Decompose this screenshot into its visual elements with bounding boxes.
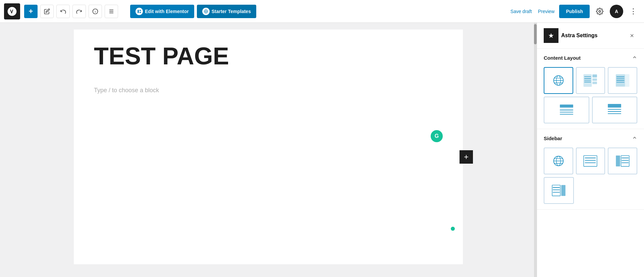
svg-rect-48 bbox=[621, 156, 629, 166]
editor-scrollbar[interactable] bbox=[534, 23, 537, 277]
sidebar-option-global[interactable] bbox=[544, 148, 573, 174]
astra-star-button[interactable]: ★ bbox=[544, 28, 558, 43]
starter-templates-button[interactable]: Starter Templates bbox=[197, 5, 256, 18]
svg-rect-22 bbox=[593, 78, 597, 81]
grammarly-icon: G bbox=[431, 130, 443, 142]
layout-option-right-content[interactable] bbox=[608, 67, 637, 94]
content-layout-chevron[interactable] bbox=[632, 54, 637, 62]
svg-rect-43 bbox=[584, 156, 597, 166]
info-button[interactable] bbox=[89, 5, 102, 18]
more-options-button[interactable]: ⋮ bbox=[627, 5, 640, 18]
content-layout-title: Content Layout bbox=[544, 55, 581, 61]
astra-panel-title: Astra Settings bbox=[561, 33, 624, 39]
astra-close-button[interactable]: × bbox=[627, 30, 637, 41]
layout-option-global[interactable] bbox=[544, 67, 573, 94]
content-layout-header: Content Layout bbox=[544, 54, 637, 62]
layout-option-fullwidth[interactable] bbox=[544, 97, 589, 123]
astra-avatar-button[interactable]: A bbox=[610, 5, 623, 18]
svg-rect-16 bbox=[584, 74, 592, 87]
svg-rect-47 bbox=[616, 156, 620, 166]
layout-option-boxed-sidebar-right[interactable] bbox=[576, 67, 605, 94]
svg-rect-53 bbox=[561, 185, 566, 196]
svg-rect-23 bbox=[593, 82, 597, 84]
page-title: TEST PAGE bbox=[94, 43, 443, 69]
block-placeholder[interactable]: Type / to choose a block bbox=[94, 83, 443, 98]
sidebar-option-left-sidebar[interactable] bbox=[608, 148, 637, 174]
list-view-button[interactable] bbox=[105, 5, 118, 18]
layout-option-wide-header[interactable] bbox=[592, 97, 638, 123]
sidebar-layout-grid-row1 bbox=[544, 148, 637, 174]
svg-rect-30 bbox=[560, 105, 573, 108]
green-indicator-dot bbox=[451, 227, 455, 231]
toolbar: + Edit with Elementor bbox=[0, 0, 644, 23]
scrollbar-thumb bbox=[534, 24, 537, 44]
svg-rect-21 bbox=[593, 74, 597, 77]
main-content: TEST PAGE Type / to choose a block G + ★… bbox=[0, 23, 644, 277]
sidebar-section: Sidebar bbox=[537, 129, 644, 210]
astra-panel-header: ★ Astra Settings × bbox=[537, 23, 644, 49]
editor-area: TEST PAGE Type / to choose a block G + bbox=[0, 23, 537, 277]
elementor-icon bbox=[136, 8, 143, 15]
add-block-button[interactable]: + bbox=[24, 5, 38, 18]
redo-button[interactable] bbox=[72, 5, 86, 18]
content-layout-section: Content Layout bbox=[537, 49, 644, 129]
content-layout-grid-row2 bbox=[544, 97, 637, 123]
page-canvas: TEST PAGE Type / to choose a block G + bbox=[74, 30, 463, 264]
svg-point-10 bbox=[599, 10, 601, 12]
sidebar-option-right-sidebar[interactable] bbox=[544, 177, 574, 204]
svg-rect-8 bbox=[140, 12, 141, 13]
sidebar-chevron[interactable] bbox=[632, 134, 637, 142]
svg-rect-6 bbox=[138, 10, 139, 13]
undo-button[interactable] bbox=[56, 5, 70, 18]
sidebar-header: Sidebar bbox=[544, 134, 637, 142]
wp-logo bbox=[4, 3, 20, 19]
edit-elementor-button[interactable]: Edit with Elementor bbox=[130, 5, 194, 18]
content-layout-grid-row1 bbox=[544, 67, 637, 94]
sidebar-layout-grid-row2 bbox=[544, 177, 637, 204]
settings-button[interactable] bbox=[593, 5, 606, 18]
sidebar-option-no-sidebar[interactable] bbox=[576, 148, 605, 174]
toolbar-right: Save draft Preview Publish A ⋮ bbox=[509, 5, 640, 18]
svg-rect-7 bbox=[140, 10, 141, 11]
edit-pencil-button[interactable] bbox=[40, 5, 54, 18]
add-block-canvas-button[interactable]: + bbox=[460, 150, 473, 164]
starter-templates-icon bbox=[202, 8, 210, 15]
save-draft-button[interactable]: Save draft bbox=[509, 6, 533, 17]
svg-rect-52 bbox=[552, 185, 560, 196]
preview-button[interactable]: Preview bbox=[537, 6, 556, 17]
sidebar-title: Sidebar bbox=[544, 135, 562, 141]
svg-rect-34 bbox=[608, 104, 621, 108]
publish-button[interactable]: Publish bbox=[559, 5, 590, 18]
astra-settings-panel: ★ Astra Settings × Content Layout bbox=[537, 23, 644, 277]
